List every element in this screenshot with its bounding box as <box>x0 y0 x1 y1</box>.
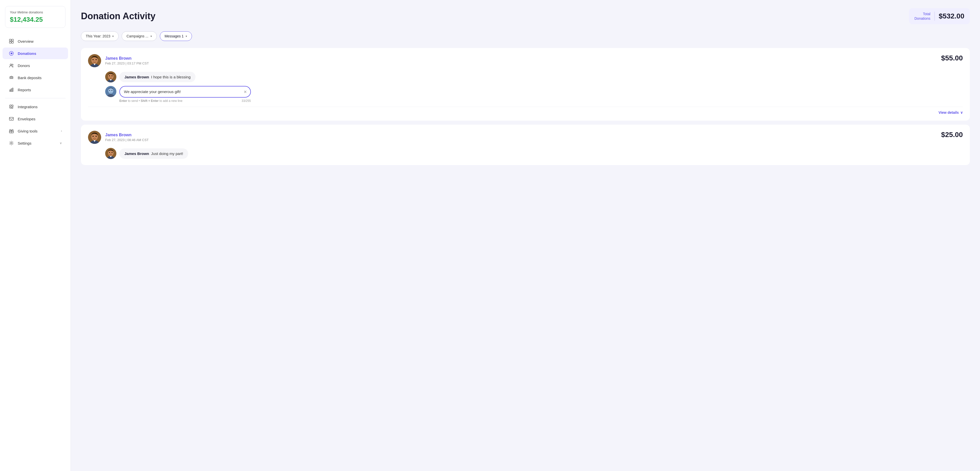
filter-year-chevron: ▾ <box>112 35 114 38</box>
donor-info-1: James Brown Feb 27, 2023 | 03:17 PM CST <box>88 54 149 67</box>
donor-details-1: James Brown Feb 27, 2023 | 03:17 PM CST <box>105 56 149 65</box>
donor-info-2: James Brown Feb 27, 2023 | 08:46 AM CST <box>88 131 149 144</box>
filter-campaigns-label: Campaigns ... <box>126 34 148 38</box>
svg-point-26 <box>111 90 112 91</box>
donation-card-1: James Brown Feb 27, 2023 | 03:17 PM CST … <box>81 48 970 121</box>
message-text-2: James Brown Just doing my part! <box>119 148 188 159</box>
svg-point-12 <box>11 142 12 144</box>
bank-icon <box>9 75 14 80</box>
sidebar-item-donors[interactable]: Donors <box>3 60 68 71</box>
reply-hints-1: Enter to send • Shift + Enter to add a n… <box>119 99 251 103</box>
sidebar-nav: Overview Donations Donors <box>0 35 70 150</box>
svg-point-34 <box>109 152 110 153</box>
message-text-1: James Brown I hope this is a blessing <box>119 72 196 82</box>
total-donations-badge: TotalDonations $532.00 <box>909 8 970 24</box>
svg-rect-8 <box>11 89 12 92</box>
sidebar-item-reports[interactable]: Reports <box>3 84 68 95</box>
sidebar-item-envelopes[interactable]: Envelopes <box>3 113 68 125</box>
view-details-label-1: View details <box>939 110 959 115</box>
message-bubble-1: James Brown I hope this is a blessing <box>105 71 257 83</box>
svg-rect-3 <box>12 41 13 43</box>
sidebar-item-giving-tools[interactable]: Giving tools › <box>3 125 68 137</box>
donation-2-header: James Brown Feb 27, 2023 | 08:46 AM CST … <box>88 131 963 144</box>
filter-campaigns-chevron: ▾ <box>151 35 152 38</box>
svg-rect-10 <box>10 117 13 120</box>
page-header: Donation Activity TotalDonations $532.00 <box>81 8 970 24</box>
messages-area-1: James Brown I hope this is a blessing <box>105 71 963 103</box>
reply-close-1[interactable]: ✕ <box>243 89 247 94</box>
sidebar-item-reports-label: Reports <box>18 88 31 92</box>
sidebar-item-donations-label: Donations <box>18 51 36 56</box>
svg-point-5 <box>10 64 12 65</box>
svg-point-29 <box>92 136 94 137</box>
view-details-chevron-1: ∨ <box>960 110 963 115</box>
settings-chevron-icon: ∨ <box>60 141 62 145</box>
sidebar-item-giving-tools-label: Giving tools <box>18 129 37 133</box>
message-bubble-2: James Brown Just doing my part! <box>105 148 257 159</box>
sidebar-item-donations[interactable]: Donations <box>3 48 68 59</box>
donor-avatar-1 <box>88 54 101 67</box>
gear-icon <box>9 140 14 146</box>
reply-input-1[interactable] <box>124 89 246 94</box>
svg-point-25 <box>109 90 110 91</box>
donor-date-1: Feb 27, 2023 | 03:17 PM CST <box>105 61 149 65</box>
reply-char-count: 33/255 <box>242 99 251 103</box>
reply-avatar-1 <box>105 86 116 97</box>
svg-point-31 <box>94 137 95 138</box>
sidebar-item-bank-deposits[interactable]: Bank deposits <box>3 72 68 83</box>
reply-input-wrapper-1[interactable]: ✕ <box>119 86 251 98</box>
svg-rect-2 <box>10 41 11 43</box>
svg-rect-0 <box>10 39 11 41</box>
donation-1-footer: View details ∨ <box>88 107 963 115</box>
message-avatar-1 <box>105 71 116 83</box>
filter-messages[interactable]: Messages 1 ▾ <box>160 31 192 41</box>
main-content: Donation Activity TotalDonations $532.00… <box>71 0 980 471</box>
svg-rect-7 <box>10 90 11 92</box>
reply-area-1: ✕ Enter to send • Shift + Enter to add a… <box>105 86 963 103</box>
messages-area-2: James Brown Just doing my part! <box>105 148 963 159</box>
heart-icon <box>9 51 14 56</box>
filter-year[interactable]: This Year: 2023 ▾ <box>81 31 119 41</box>
filters-bar: This Year: 2023 ▾ Campaigns ... ▾ Messag… <box>81 31 970 41</box>
total-donations-amount: $532.00 <box>939 12 964 20</box>
svg-point-15 <box>92 59 94 60</box>
svg-point-22 <box>111 77 111 77</box>
envelope-icon <box>9 116 14 122</box>
page-title: Donation Activity <box>81 11 156 21</box>
filter-messages-label: Messages 1 <box>165 34 184 38</box>
lifetime-amount: $12,434.25 <box>10 16 61 24</box>
gift-icon <box>9 128 14 134</box>
donor-details-2: James Brown Feb 27, 2023 | 08:46 AM CST <box>105 133 149 142</box>
svg-point-36 <box>111 153 111 154</box>
donor-date-2: Feb 27, 2023 | 08:46 AM CST <box>105 138 149 142</box>
view-details-btn-1[interactable]: View details ∨ <box>939 110 963 115</box>
svg-point-21 <box>111 75 112 76</box>
svg-point-35 <box>111 152 112 153</box>
reply-hint-text: Enter to send • Shift + Enter to add a n… <box>119 99 182 103</box>
sidebar-item-overview-label: Overview <box>18 39 33 43</box>
grid-icon <box>9 38 14 44</box>
filter-messages-chevron: ▾ <box>186 35 187 38</box>
users-icon <box>9 63 14 68</box>
donation-1-header: James Brown Feb 27, 2023 | 03:17 PM CST … <box>88 54 963 67</box>
donation-card-2: James Brown Feb 27, 2023 | 08:46 AM CST … <box>81 125 970 165</box>
sidebar-item-overview[interactable]: Overview <box>3 35 68 47</box>
sidebar-item-settings[interactable]: Settings ∨ <box>3 137 68 149</box>
svg-rect-1 <box>12 39 13 41</box>
donation-amount-1: $55.00 <box>941 54 963 62</box>
svg-point-20 <box>109 75 110 76</box>
svg-point-6 <box>12 64 13 65</box>
sidebar-item-bank-deposits-label: Bank deposits <box>18 76 41 80</box>
lifetime-label: Your lifetime donations <box>10 10 61 14</box>
giving-tools-chevron-icon: › <box>61 129 62 133</box>
filter-year-label: This Year: 2023 <box>86 34 110 38</box>
sidebar-item-settings-label: Settings <box>18 141 31 145</box>
donation-amount-2: $25.00 <box>941 131 963 139</box>
sidebar-item-integrations[interactable]: Integrations <box>3 101 68 113</box>
filter-campaigns[interactable]: Campaigns ... ▾ <box>122 31 156 41</box>
svg-point-30 <box>95 136 97 137</box>
donor-name-1: James Brown <box>105 56 149 60</box>
message-avatar-2 <box>105 148 116 159</box>
donor-name-2: James Brown <box>105 133 149 137</box>
total-donations-divider <box>934 12 935 21</box>
